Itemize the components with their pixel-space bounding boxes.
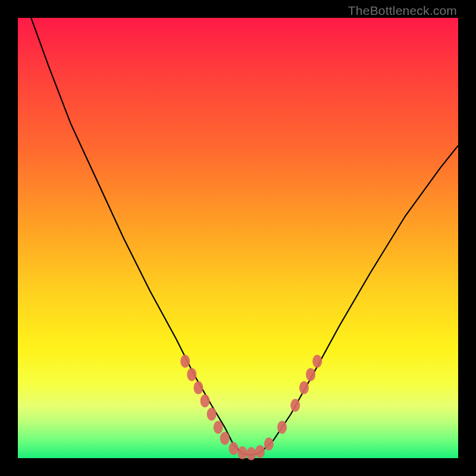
data-marker bbox=[277, 421, 287, 434]
data-marker bbox=[237, 446, 247, 459]
marker-group bbox=[180, 355, 322, 460]
data-marker bbox=[187, 368, 196, 381]
data-marker bbox=[201, 394, 210, 408]
curve-layer bbox=[18, 18, 458, 458]
data-marker bbox=[214, 421, 223, 434]
data-marker bbox=[290, 399, 300, 412]
plot-area bbox=[18, 18, 458, 458]
data-marker bbox=[246, 447, 256, 461]
data-marker bbox=[306, 368, 315, 381]
data-marker bbox=[299, 381, 309, 394]
watermark-text: TheBottleneck.com bbox=[348, 4, 457, 18]
chart-frame: TheBottleneck.com bbox=[0, 0, 476, 476]
data-marker bbox=[180, 355, 190, 368]
data-marker bbox=[229, 442, 239, 455]
bottleneck-curve bbox=[18, 0, 458, 455]
data-marker bbox=[264, 437, 274, 450]
data-marker bbox=[207, 408, 217, 421]
data-marker bbox=[193, 381, 203, 394]
data-marker bbox=[220, 432, 230, 445]
data-marker bbox=[255, 445, 265, 458]
data-marker bbox=[312, 355, 322, 368]
